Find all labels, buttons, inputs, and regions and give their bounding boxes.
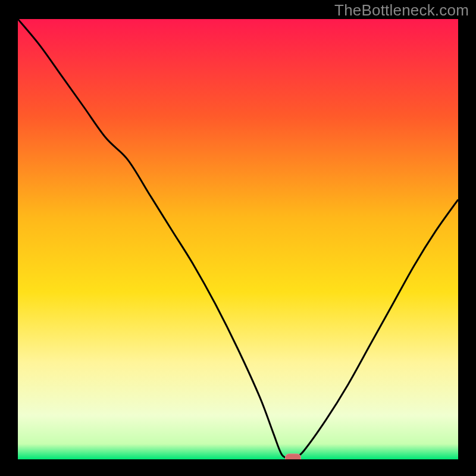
- gradient-background: [18, 19, 458, 459]
- watermark-text: TheBottleneck.com: [334, 1, 469, 20]
- plot-area: [18, 19, 458, 459]
- chart-container: TheBottleneck.com: [0, 0, 476, 476]
- optimal-marker: [286, 454, 301, 459]
- chart-svg: [18, 19, 458, 459]
